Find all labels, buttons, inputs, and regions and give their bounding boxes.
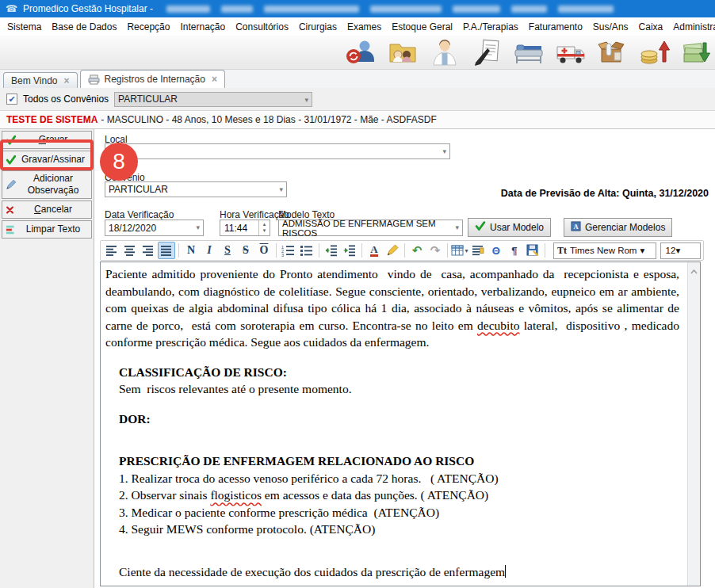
- numbered-list-button[interactable]: 123: [280, 242, 297, 259]
- document-sign-icon[interactable]: [470, 37, 503, 67]
- bullet-list-button[interactable]: [298, 242, 315, 259]
- tab-bem-vindo[interactable]: Bem Vindo×: [3, 72, 78, 88]
- menu-consultorios[interactable]: Consultórios: [235, 21, 289, 32]
- local-select[interactable]: ▾: [105, 143, 450, 159]
- font-family-select[interactable]: Tt Times New Rom ▾: [553, 242, 656, 259]
- menu-faturamento[interactable]: Faturamento: [529, 21, 583, 32]
- spin-down-icon: ▼: [262, 228, 267, 234]
- convenio-filter-select[interactable]: PARTICULAR ▾: [114, 92, 312, 107]
- printer-icon: [88, 74, 100, 85]
- chevron-down-icon: ▾: [640, 245, 644, 256]
- clear-text-icon: [6, 224, 17, 235]
- highlight-button[interactable]: [384, 242, 401, 259]
- tab-label: Bem Vindo: [11, 75, 57, 86]
- usar-modelo-button[interactable]: Usar Modelo: [468, 218, 551, 237]
- app-window: ☎ Promedico Gestão Hospitalar - SistemaB…: [0, 0, 715, 588]
- modelo-texto-select[interactable]: ADMISSÃO DE ENFERMAGEM SEM RISCOS ▾: [278, 220, 463, 236]
- overline-button[interactable]: O: [255, 242, 273, 259]
- time-spinner[interactable]: ▲▼: [258, 220, 270, 235]
- editor-paragraph: Paciente admitido proveniente do Pronto …: [105, 265, 679, 351]
- limpar-texto-button[interactable]: Limpar Texto: [2, 220, 92, 239]
- menu-cirurgias[interactable]: Cirurgias: [299, 21, 337, 32]
- data-verificacao-input[interactable]: 18/12/2020 ▾: [105, 220, 204, 236]
- save-text-button[interactable]: [524, 242, 541, 259]
- editor-paragraph: CLASSIFICAÇÃO DE RISCO:: [119, 364, 679, 381]
- strikethrough-button[interactable]: S: [237, 242, 254, 259]
- data-verificacao-label: Data Verificação: [105, 209, 174, 220]
- menu-estoque-geral[interactable]: Estoque Geral: [392, 21, 453, 32]
- menu-sistema[interactable]: Sistema: [7, 21, 41, 32]
- close-tab-icon[interactable]: ×: [212, 74, 217, 85]
- menu-p-a-terapias[interactable]: P.A./Terapias: [463, 21, 518, 32]
- menu-exames[interactable]: Exames: [347, 21, 381, 32]
- check-icon: [475, 221, 486, 234]
- paragraph-marks-button[interactable]: ¶: [506, 242, 523, 259]
- patients-folder-icon[interactable]: [386, 37, 419, 67]
- redo-button[interactable]: ↷: [426, 242, 444, 259]
- patient-info-bar: TESTE DE SISTEMA - MASCULINO - 48 Anos, …: [0, 111, 715, 129]
- align-left-button[interactable]: [103, 242, 120, 259]
- tab-registros-de-internacao[interactable]: Registros de Internação×: [80, 70, 225, 88]
- font-color-button[interactable]: A: [365, 242, 383, 259]
- editor-blank-line: [105, 427, 679, 440]
- menu-base-de-dados[interactable]: Base de Dados: [52, 21, 117, 32]
- sync-users-icon[interactable]: [344, 37, 377, 67]
- undo-button[interactable]: ↶: [408, 242, 426, 259]
- hospital-bed-icon[interactable]: [512, 37, 545, 67]
- insert-field-button[interactable]: [469, 242, 487, 259]
- adicionar-observacao-button[interactable]: Adicionar Observação: [2, 170, 92, 199]
- font-size-select[interactable]: 12 ▾: [660, 242, 701, 259]
- italic-button[interactable]: I: [201, 242, 218, 259]
- cancelar-button[interactable]: Cancelar: [2, 200, 92, 219]
- outdent-button[interactable]: [323, 242, 340, 259]
- chevron-down-icon: ▾: [305, 96, 309, 104]
- gravar-assinar-button[interactable]: Gravar/Assinar: [2, 151, 92, 169]
- menu-administracao[interactable]: Administração: [673, 21, 715, 32]
- align-center-button[interactable]: [121, 242, 139, 259]
- svg-text:3: 3: [281, 253, 284, 258]
- hora-verificacao-input[interactable]: 11:44 ▲▼: [220, 220, 270, 236]
- action-sidebar: GravarGravar/AssinarAdicionar Observação…: [0, 129, 94, 588]
- editor-scrollbar[interactable]: [687, 262, 700, 586]
- align-right-button[interactable]: [140, 242, 157, 259]
- menu-recepcao[interactable]: Recepção: [127, 21, 170, 32]
- symbol-button[interactable]: Θ: [488, 242, 505, 259]
- todos-convenios-checkbox[interactable]: ✔: [6, 94, 17, 105]
- chevron-down-icon: ▾: [455, 223, 459, 231]
- workspace: GravarGravar/AssinarAdicionar Observação…: [0, 129, 715, 588]
- menu-sus-ans[interactable]: Sus/Ans: [593, 21, 629, 32]
- underline-button[interactable]: S: [219, 242, 236, 259]
- inventory-icon[interactable]: [596, 37, 629, 67]
- menu-internacao[interactable]: Internação: [180, 21, 225, 32]
- scroll-up-icon[interactable]: [690, 265, 698, 586]
- doctor-icon[interactable]: [428, 37, 461, 67]
- indent-button[interactable]: [341, 242, 358, 259]
- gerenciar-modelos-button[interactable]: A Gerenciar Modelos: [564, 218, 672, 237]
- text-caret: [505, 565, 506, 578]
- gravar-button[interactable]: Gravar: [2, 131, 92, 149]
- font-icon: Tt: [557, 245, 567, 257]
- close-tab-icon[interactable]: ×: [63, 75, 69, 86]
- align-justify-button[interactable]: [158, 242, 175, 259]
- side-button-label: Cancelar: [34, 204, 72, 216]
- misspelled-word: flogisticos: [210, 488, 262, 502]
- ambulance-icon[interactable]: [554, 37, 587, 67]
- check-icon: [6, 135, 17, 145]
- tab-bar: Bem Vindo×Registros de Internação×: [0, 70, 715, 88]
- check-icon: [6, 155, 17, 165]
- format-toolbar: N I S S O 123 A ↶ ↷ ▾ Θ: [100, 240, 704, 261]
- menu-caixa[interactable]: Caixa: [639, 21, 663, 32]
- editor-paragraph: PRESCRIÇÃO DE ENFERMAGEM RELACIONADO AO …: [119, 452, 679, 470]
- side-button-label: Gravar: [39, 134, 68, 146]
- chevron-down-icon: ▾: [196, 223, 200, 231]
- editor-blank-line: [105, 551, 679, 563]
- convenio-select[interactable]: PARTICULAR ▾: [105, 181, 287, 197]
- money-in-icon[interactable]: [638, 37, 671, 67]
- money-out-icon[interactable]: [680, 37, 713, 67]
- window-title: Promedico Gestão Hospitalar -: [23, 3, 153, 14]
- side-button-label: Gravar/Assinar: [21, 154, 85, 166]
- text-editor[interactable]: Paciente admitido proveniente do Pronto …: [100, 262, 701, 586]
- bold-button[interactable]: N: [182, 242, 200, 259]
- insert-table-button[interactable]: ▾: [451, 242, 468, 259]
- window-titlebar: ☎ Promedico Gestão Hospitalar -: [0, 0, 715, 17]
